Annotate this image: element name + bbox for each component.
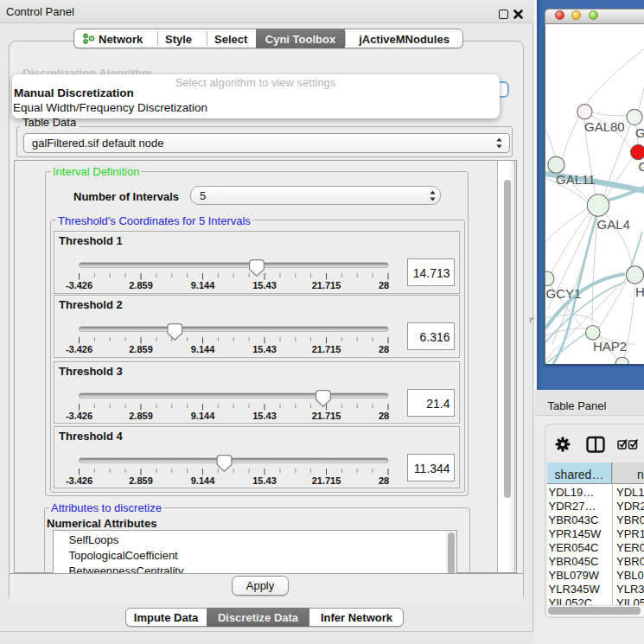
svg-text:21.715: 21.715 — [311, 475, 341, 485]
svg-text:28: 28 — [378, 410, 388, 420]
svg-text:GAL4: GAL4 — [597, 217, 630, 232]
svg-text:G: G — [639, 159, 644, 174]
svg-text:HI: HI — [635, 284, 644, 299]
svg-text:-3.426: -3.426 — [65, 344, 92, 354]
svg-text:21.715: 21.715 — [311, 344, 341, 354]
svg-text:2.859: 2.859 — [129, 475, 153, 485]
svg-text:28: 28 — [378, 475, 388, 485]
svg-text:2.859: 2.859 — [129, 410, 153, 420]
svg-text:15.43: 15.43 — [252, 475, 277, 485]
svg-text:GAL11: GAL11 — [556, 172, 596, 187]
svg-text:28: 28 — [378, 280, 388, 290]
svg-text:15.43: 15.43 — [252, 410, 277, 420]
svg-text:-3.426: -3.426 — [65, 475, 92, 485]
svg-text:-3.426: -3.426 — [65, 280, 92, 290]
svg-text:-3.426: -3.426 — [65, 410, 92, 420]
svg-text:GCY1: GCY1 — [546, 286, 582, 301]
svg-text:15.43: 15.43 — [252, 280, 277, 290]
svg-text:9.144: 9.144 — [190, 410, 214, 420]
svg-text:21.715: 21.715 — [311, 410, 341, 420]
svg-text:15.43: 15.43 — [252, 344, 277, 354]
svg-text:GA: GA — [635, 125, 644, 140]
svg-text:HAP2: HAP2 — [593, 339, 627, 354]
svg-text:GAL80: GAL80 — [584, 119, 625, 134]
svg-text:21.715: 21.715 — [311, 280, 341, 290]
svg-text:28: 28 — [378, 344, 388, 354]
svg-text:2.859: 2.859 — [129, 344, 153, 354]
svg-text:9.144: 9.144 — [190, 344, 214, 354]
svg-text:9.144: 9.144 — [190, 280, 214, 290]
svg-text:2.859: 2.859 — [129, 280, 153, 290]
svg-text:9.144: 9.144 — [190, 475, 214, 485]
